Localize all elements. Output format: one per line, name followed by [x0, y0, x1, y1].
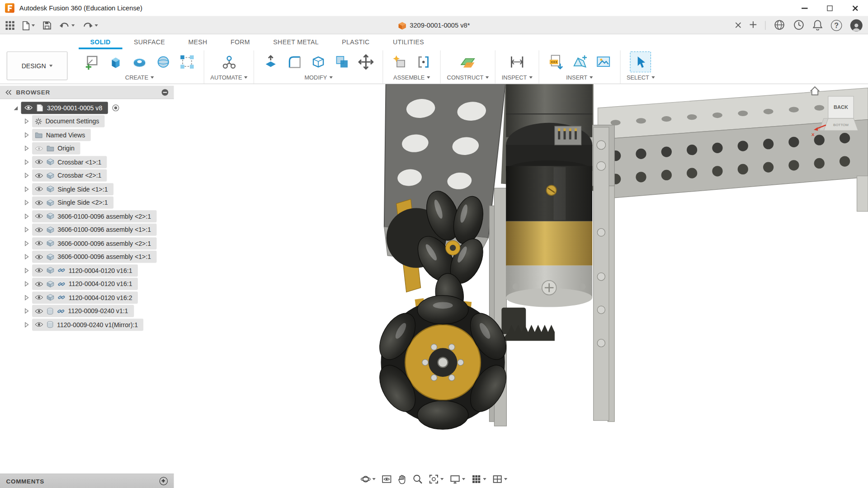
- browser-item[interactable]: Named Views: [0, 128, 174, 141]
- insert-mesh-button[interactable]: [569, 52, 590, 73]
- pattern-button[interactable]: [177, 52, 198, 73]
- browser-item[interactable]: Single Side <2>:1: [0, 196, 174, 209]
- expand-icon[interactable]: [22, 200, 30, 205]
- expand-icon[interactable]: [22, 118, 30, 124]
- browser-item[interactable]: 3606-0100-0096 assembly <1>:1: [0, 223, 174, 236]
- shell-button[interactable]: [308, 52, 329, 73]
- visibility-icon[interactable]: [35, 240, 43, 246]
- expand-icon[interactable]: [22, 145, 30, 151]
- browser-item[interactable]: 3606-0100-0096 assembly <2>:1: [0, 209, 174, 223]
- extrude-button[interactable]: [105, 52, 127, 73]
- inspect-group-label[interactable]: INSPECT: [502, 74, 533, 81]
- visibility-icon[interactable]: [35, 295, 43, 300]
- pan-button[interactable]: [398, 474, 407, 484]
- tab-plastic[interactable]: PLASTIC: [330, 34, 382, 49]
- visibility-icon[interactable]: [35, 145, 43, 151]
- visibility-icon[interactable]: [35, 159, 43, 165]
- expand-icon[interactable]: [11, 105, 19, 110]
- visibility-icon[interactable]: [35, 173, 43, 178]
- document-tab[interactable]: 3209-0001-0005 v8*: [398, 17, 470, 34]
- move-copy-button[interactable]: [356, 52, 377, 73]
- automate-group-label[interactable]: AUTOMATE: [210, 74, 248, 81]
- joint-button[interactable]: [413, 52, 434, 73]
- notifications-button[interactable]: [813, 19, 823, 32]
- maximize-button[interactable]: [817, 0, 842, 17]
- visibility-icon[interactable]: [35, 322, 43, 328]
- collapse-panel-icon[interactable]: [5, 89, 12, 95]
- browser-item[interactable]: Crossbar <2>:1: [0, 169, 174, 182]
- visibility-icon[interactable]: [35, 308, 43, 314]
- new-component-button[interactable]: [389, 52, 410, 73]
- view-cube[interactable]: BACK BOTTOM X: [807, 84, 868, 141]
- expand-icon[interactable]: [22, 281, 30, 286]
- browser-item[interactable]: 1120-0009-0240 v1(Mirror):1: [0, 318, 174, 331]
- tab-utilities[interactable]: UTILITIES: [381, 34, 435, 49]
- create-sketch-button[interactable]: [81, 52, 103, 73]
- expand-icon[interactable]: [22, 213, 30, 219]
- canvas-button[interactable]: [593, 52, 614, 73]
- modify-group-label[interactable]: MODIFY: [304, 74, 332, 81]
- minimize-button[interactable]: [792, 0, 817, 17]
- orbit-button[interactable]: [361, 474, 376, 484]
- browser-item[interactable]: 1120-0004-0120 v16:1: [0, 277, 174, 291]
- tab-mesh[interactable]: MESH: [177, 34, 219, 49]
- browser-item[interactable]: 3606-0000-0096 assembly <2>:1: [0, 236, 174, 250]
- browser-item[interactable]: Origin: [0, 141, 174, 155]
- fillet-button[interactable]: [284, 52, 306, 73]
- expand-icon[interactable]: [22, 186, 30, 192]
- undo-button[interactable]: [58, 19, 76, 32]
- tab-solid[interactable]: SOLID: [79, 34, 122, 49]
- browser-item[interactable]: 1120-0004-0120 v16:2: [0, 291, 174, 304]
- assemble-group-label[interactable]: ASSEMBLE: [393, 74, 430, 81]
- extensions-button[interactable]: [774, 19, 785, 32]
- visibility-icon[interactable]: [35, 254, 43, 260]
- expand-icon[interactable]: [22, 240, 30, 246]
- tab-form[interactable]: FORM: [219, 34, 261, 49]
- zoom-button[interactable]: [413, 474, 423, 484]
- visibility-icon[interactable]: [35, 227, 43, 233]
- browser-item[interactable]: 1120-0004-0120 v16:1: [0, 263, 174, 277]
- close-document-button[interactable]: [735, 21, 741, 29]
- expand-icon[interactable]: [22, 227, 30, 232]
- comments-bar[interactable]: COMMENTS: [0, 474, 174, 488]
- expand-icon[interactable]: [22, 159, 30, 164]
- visibility-icon[interactable]: [35, 186, 43, 192]
- look-at-button[interactable]: [382, 474, 392, 484]
- combine-button[interactable]: [332, 52, 353, 73]
- press-pull-button[interactable]: [260, 52, 282, 73]
- construct-plane-button[interactable]: [458, 52, 479, 73]
- home-icon[interactable]: [811, 87, 820, 95]
- select-group-label[interactable]: SELECT: [627, 74, 655, 81]
- file-menu-button[interactable]: [21, 19, 36, 32]
- tab-surface[interactable]: SURFACE: [122, 34, 177, 49]
- profile-avatar[interactable]: [850, 19, 863, 32]
- expand-icon[interactable]: [22, 173, 30, 178]
- expand-icon[interactable]: [22, 267, 30, 273]
- job-status-button[interactable]: [793, 19, 804, 32]
- select-button[interactable]: [630, 52, 651, 73]
- automate-button[interactable]: [218, 52, 240, 73]
- visibility-icon[interactable]: [35, 213, 43, 219]
- browser-item[interactable]: 3606-0000-0096 assembly <1>:1: [0, 250, 174, 263]
- help-button[interactable]: ?: [831, 20, 842, 31]
- browser-root-item[interactable]: 3209-0001-0005 v8: [0, 101, 174, 115]
- redo-button[interactable]: [81, 19, 99, 32]
- grid-settings-button[interactable]: [472, 474, 486, 484]
- measure-button[interactable]: [506, 52, 528, 73]
- collapse-all-icon[interactable]: [161, 88, 169, 96]
- revolve-button[interactable]: [129, 52, 150, 73]
- tab-sheet-metal[interactable]: SHEET METAL: [262, 34, 330, 49]
- app-launcher-button[interactable]: [5, 19, 15, 32]
- visibility-icon[interactable]: [35, 267, 43, 273]
- browser-item[interactable]: Crossbar <1>:1: [0, 155, 174, 169]
- viewcube-back-label[interactable]: BACK: [834, 104, 848, 110]
- insert-group-label[interactable]: INSERT: [566, 74, 593, 81]
- insert-svg-button[interactable]: [545, 52, 566, 73]
- viewcube-bottom-label[interactable]: BOTTOM: [833, 123, 849, 127]
- activate-component-radio[interactable]: [112, 104, 119, 112]
- expand-icon[interactable]: [22, 132, 30, 137]
- viewports-button[interactable]: [492, 474, 507, 484]
- design-workspace-button[interactable]: DESIGN: [7, 52, 68, 80]
- visibility-icon[interactable]: [35, 200, 43, 206]
- sphere-button[interactable]: [153, 52, 174, 73]
